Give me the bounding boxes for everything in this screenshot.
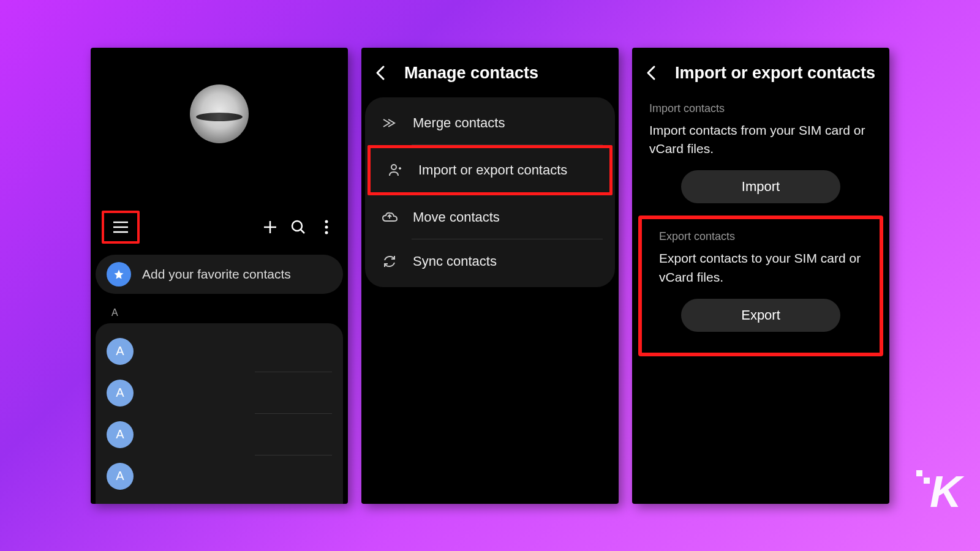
merge-icon [381,114,398,132]
menu-item-move[interactable]: Move contacts [365,195,615,239]
menu-item-merge[interactable]: Merge contacts [365,101,615,145]
svg-point-5 [292,221,302,231]
contact-row[interactable]: A [107,331,332,372]
section-letter: A [111,307,348,318]
cloud-icon [381,209,398,226]
import-export-icon [386,162,404,179]
export-section-label: Export contacts [642,225,880,249]
contact-avatar: A [107,421,134,448]
contact-name [255,455,332,497]
profile-avatar[interactable] [190,84,249,143]
import-section-label: Import contacts [632,97,889,121]
menu-panel: Merge contacts Import or export contacts… [365,97,615,287]
svg-point-7 [325,220,328,223]
header: Import or export contacts [632,48,889,97]
star-icon [107,262,131,287]
sync-icon [381,253,398,270]
contact-avatar: A [107,463,134,490]
svg-line-6 [301,230,304,233]
search-icon[interactable] [288,217,309,238]
menu-item-sync[interactable]: Sync contacts [365,239,615,283]
favorites-label: Add your favorite contacts [142,267,291,282]
export-description: Export contacts to your SIM card or vCar… [642,249,880,299]
toolbar [91,211,348,244]
contact-row[interactable]: A [107,414,332,455]
menu-label: Import or export contacts [418,162,567,178]
import-export-screen: Import or export contacts Import contact… [632,48,889,504]
contact-name [255,372,332,414]
add-icon[interactable] [260,217,281,238]
menu-label: Move contacts [413,209,500,225]
more-icon[interactable] [316,217,337,238]
highlight-hamburger [102,211,140,244]
back-icon[interactable] [646,64,663,81]
add-favorites-row[interactable]: Add your favorite contacts [96,255,343,294]
svg-point-10 [391,165,396,170]
contact-name [255,414,332,455]
menu-label: Sync contacts [413,253,497,269]
contact-avatar: A [107,338,134,365]
import-description: Import contacts from your SIM card or vC… [632,121,889,171]
manage-contacts-screen: Manage contacts Merge contacts Import or… [361,48,619,504]
contact-list: A A A A [96,323,343,504]
contact-name [255,331,332,372]
menu-icon[interactable] [110,217,131,238]
import-button[interactable]: Import [681,170,840,203]
svg-point-8 [325,225,328,228]
export-button[interactable]: Export [681,299,840,332]
contact-row[interactable]: A [107,372,332,414]
import-section: Import contacts Import contacts from you… [632,97,889,204]
contact-row[interactable]: A [107,455,332,497]
contact-avatar: A [107,380,134,407]
menu-item-import-export[interactable]: Import or export contacts [368,145,612,195]
svg-point-9 [325,231,328,234]
highlight-export: Export contacts Export contacts to your … [638,216,883,356]
page-title: Import or export contacts [675,64,875,83]
back-icon[interactable] [375,64,392,81]
page-title: Manage contacts [404,64,538,83]
watermark-logo: K [930,467,959,517]
contacts-home-screen: Add your favorite contacts A A A A A [91,48,348,504]
header: Manage contacts [361,48,619,97]
menu-label: Merge contacts [413,115,505,131]
